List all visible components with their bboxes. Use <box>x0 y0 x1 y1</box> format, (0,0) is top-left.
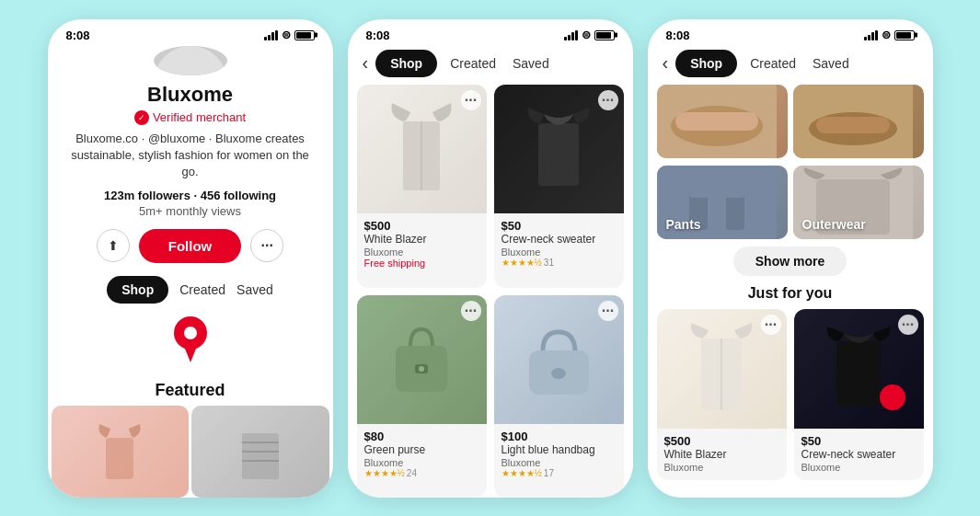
battery-icon-1 <box>294 30 315 40</box>
category-loafers[interactable] <box>793 85 924 158</box>
tab-shop-1[interactable]: Shop <box>107 276 168 304</box>
jfy-seller-1: Bluxome <box>664 462 779 473</box>
svg-rect-3 <box>106 438 133 479</box>
wifi-icon-1: ⊜ <box>282 29 291 41</box>
bio-text: Bluxome.co · @bluxome · Bluxome creates … <box>48 131 333 181</box>
product-info-4: $100 Light blue handbag Bluxome ★★★★½ 17 <box>494 424 624 486</box>
status-time-1: 8:08 <box>66 29 90 42</box>
product-seller-2: Bluxome <box>502 247 617 258</box>
product-image-4: ··· <box>494 295 624 424</box>
verified-badge: ✓ Verified merchant <box>134 110 246 125</box>
clothing-icon-2 <box>233 419 288 484</box>
category-shoes[interactable] <box>657 85 788 158</box>
profile-content: Bluxome ✓ Verified merchant Bluxome.co ·… <box>48 46 333 498</box>
status-bar-3: 8:08 ⊜ <box>648 19 933 46</box>
featured-image-2 <box>191 406 329 498</box>
product-info-3: $80 Green purse Bluxome ★★★★½ 24 <box>357 424 487 486</box>
tab-saved-2[interactable]: Saved <box>509 50 553 77</box>
tab-created-1[interactable]: Created <box>179 282 225 297</box>
avatar <box>154 46 227 75</box>
svg-rect-18 <box>675 112 758 131</box>
featured-image-1 <box>52 406 190 498</box>
phone-profile: 8:08 ⊜ Bluxome ✓ Verified merchant Bluxo… <box>48 19 333 498</box>
svg-marker-1 <box>183 344 198 362</box>
pin-icon <box>174 316 207 362</box>
back-button-3[interactable]: ‹ <box>663 52 669 74</box>
phone3-scroll[interactable]: Pants Outerwear Show more Just for you <box>648 85 933 498</box>
category-outerwear-label: Outerwear <box>802 217 866 232</box>
show-more-button[interactable]: Show more <box>733 247 847 276</box>
wifi-icon-3: ⊜ <box>882 29 891 41</box>
purse-icon <box>385 318 458 401</box>
tab-created-2[interactable]: Created <box>446 50 500 77</box>
product-price-4: $100 <box>502 430 617 443</box>
jfy-menu-2[interactable]: ··· <box>898 315 918 335</box>
follower-stats: 123m followers · 456 following <box>104 189 276 202</box>
product-card-3: ··· $80 Green purse Bluxome ★★★★½ 24 <box>357 295 487 498</box>
product-info-1: $500 White Blazer Bluxome Free shipping <box>357 213 487 276</box>
blazer-icon-1 <box>385 98 458 200</box>
battery-icon-3 <box>894 30 915 40</box>
tab-shop-2[interactable]: Shop <box>375 50 437 77</box>
battery-icon-2 <box>594 30 615 40</box>
product-name-2: Crew-neck sweater <box>502 233 617 246</box>
product-menu-4[interactable]: ··· <box>598 301 618 321</box>
category-pants[interactable]: Pants <box>657 166 788 239</box>
tab-shop-3[interactable]: Shop <box>675 50 737 77</box>
svg-rect-30 <box>836 341 881 406</box>
jfy-price-2: $50 <box>801 434 917 448</box>
category-outerwear[interactable]: Outerwear <box>793 166 924 239</box>
product-seller-3: Bluxome <box>364 457 479 468</box>
products-grid: ··· $500 White Blazer Bluxome Free shipp… <box>348 85 633 498</box>
stars-4: ★★★★½ <box>502 468 542 478</box>
jfy-menu-1[interactable]: ··· <box>761 315 781 335</box>
phone-shop: 8:08 ⊜ ‹ Shop Created Saved ··· <box>348 19 633 498</box>
product-seller-4: Bluxome <box>502 457 617 468</box>
svg-rect-4 <box>242 433 279 479</box>
actions-row: ⬆ Follow ··· <box>97 229 284 263</box>
product-menu-2[interactable]: ··· <box>598 90 618 110</box>
svg-rect-21 <box>816 117 890 133</box>
more-options-button[interactable]: ··· <box>250 229 283 262</box>
share-button[interactable]: ⬆ <box>97 229 130 262</box>
follow-button[interactable]: Follow <box>139 229 242 263</box>
stars-3: ★★★★½ <box>364 468 405 478</box>
signal-icon-3 <box>864 30 878 40</box>
phone-shop-2: 8:08 ⊜ ‹ Shop Created Saved <box>648 19 933 498</box>
shop-header: ‹ Shop Created Saved <box>348 46 633 85</box>
review-count-4: 17 <box>544 468 554 478</box>
jfy-image-1: ··· <box>657 309 787 429</box>
handbag-icon <box>520 318 598 401</box>
product-info-2: $50 Crew-neck sweater Bluxome ★★★★½ 31 <box>494 213 624 275</box>
product-price-2: $50 <box>502 219 617 233</box>
sweater-icon-1 <box>522 103 595 195</box>
verified-check-icon: ✓ <box>134 110 149 125</box>
just-for-you-heading: Just for you <box>648 285 933 302</box>
product-image-2: ··· <box>494 85 624 213</box>
phones-container: 8:08 ⊜ Bluxome ✓ Verified merchant Bluxo… <box>48 19 933 498</box>
product-price-1: $500 <box>364 219 479 233</box>
back-button-2[interactable]: ‹ <box>363 52 369 74</box>
tab-created-3[interactable]: Created <box>746 50 800 77</box>
shoes-icon <box>657 85 777 158</box>
product-menu-3[interactable]: ··· <box>461 301 481 321</box>
signal-icon-2 <box>564 30 578 40</box>
product-image-3: ··· <box>357 295 487 424</box>
product-menu-1[interactable]: ··· <box>461 90 481 110</box>
product-rating-4: ★★★★½ 17 <box>502 468 617 478</box>
status-bar-2: 8:08 ⊜ <box>348 19 633 46</box>
username: Bluxome <box>147 83 233 107</box>
tab-saved-3[interactable]: Saved <box>809 50 853 77</box>
profile-tabs: Shop Created Saved <box>107 276 273 304</box>
shop-tabs-3: Shop Created Saved <box>675 50 853 77</box>
product-card-4: ··· $100 Light blue handbag Bluxome ★★★★… <box>494 295 624 498</box>
signal-icon-1 <box>264 30 278 40</box>
status-time-3: 8:08 <box>666 29 690 42</box>
product-seller-1: Bluxome <box>364 247 479 258</box>
product-shipping-1: Free shipping <box>364 258 479 269</box>
status-bar-1: 8:08 ⊜ <box>48 19 333 46</box>
review-count-2: 31 <box>544 258 554 268</box>
product-name-1: White Blazer <box>364 233 479 246</box>
stars-2: ★★★★½ <box>502 258 542 268</box>
tab-saved-1[interactable]: Saved <box>236 282 273 297</box>
